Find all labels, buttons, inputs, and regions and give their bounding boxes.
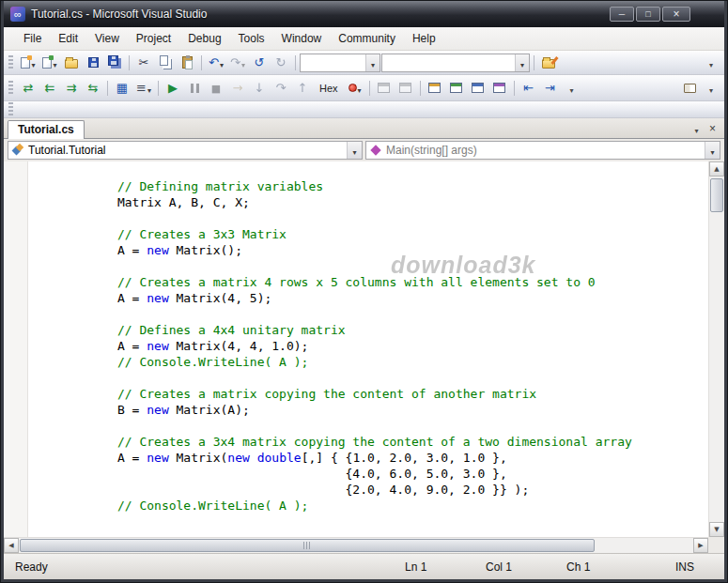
toolbar-options-button[interactable]: [701, 78, 721, 98]
stop-icon: [211, 82, 221, 94]
maximize-button[interactable]: [636, 7, 660, 22]
menu-item-window[interactable]: Window: [273, 28, 331, 49]
chevron-down-icon: [147, 80, 151, 97]
previous-bookmark-icon: [45, 82, 55, 94]
source-control-button[interactable]: [538, 53, 559, 72]
code-line: // Creates a 3x3 Matrix: [29, 226, 708, 242]
code-line: A = new Matrix(4, 5);: [29, 290, 708, 306]
solution-configurations-combo[interactable]: [300, 54, 380, 72]
redo-button[interactable]: [227, 53, 248, 72]
copy-button[interactable]: [155, 53, 176, 72]
overflow-chevron-icon: [570, 80, 574, 97]
toolbar-grip[interactable]: [8, 102, 13, 117]
immediate-window-button[interactable]: [395, 78, 416, 98]
cut-button[interactable]: [133, 53, 154, 72]
add-item-button[interactable]: [39, 53, 60, 72]
properties-window-icon: [450, 83, 462, 93]
step-out-button[interactable]: [292, 78, 313, 98]
menu-item-project[interactable]: Project: [128, 28, 179, 49]
breakpoints-window-button[interactable]: [345, 78, 365, 98]
combo-dropdown-button[interactable]: [705, 142, 720, 159]
horizontal-scrollbar[interactable]: ◀ ▶: [4, 537, 708, 553]
scroll-left-button[interactable]: ◀: [4, 538, 19, 553]
menu-item-community[interactable]: Community: [330, 28, 404, 49]
menu-item-file[interactable]: File: [15, 28, 50, 49]
code-line: // Creates a matrix copying the content …: [29, 386, 708, 402]
help-contents-button[interactable]: [679, 78, 700, 98]
save-button[interactable]: [83, 53, 103, 72]
member-selector-combo[interactable]: Main(string[] args): [365, 141, 720, 160]
previous-bookmark-button[interactable]: [39, 78, 60, 98]
step-into-button[interactable]: [249, 78, 270, 98]
open-file-button[interactable]: [61, 53, 82, 72]
code-line: // Creates a 3x4 matrix copying the cont…: [29, 434, 708, 450]
undo-button[interactable]: [206, 53, 226, 72]
save-all-button[interactable]: [104, 53, 125, 72]
scroll-down-button[interactable]: ▼: [709, 522, 724, 537]
save-icon: [88, 57, 99, 68]
stop-debugging-button[interactable]: [206, 78, 226, 98]
tab-tutorial-cs[interactable]: Tutorial.cs: [8, 120, 85, 139]
next-bookmark-button[interactable]: [61, 78, 82, 98]
minimize-button[interactable]: [610, 7, 634, 22]
display-member-list-button[interactable]: [112, 78, 132, 98]
toolbar-grip[interactable]: [8, 81, 13, 96]
object-browser-button[interactable]: [468, 78, 488, 98]
output-window-icon: [378, 83, 390, 93]
scroll-right-button[interactable]: ▶: [693, 538, 708, 553]
toggle-bookmark-button[interactable]: [18, 78, 39, 98]
method-icon: [370, 145, 381, 156]
decrease-indent-button[interactable]: [519, 78, 539, 98]
close-button[interactable]: [662, 7, 690, 22]
outlining-button[interactable]: [133, 78, 154, 98]
start-debugging-button[interactable]: [163, 78, 183, 98]
vertical-scroll-thumb[interactable]: [710, 178, 723, 212]
book-icon: [684, 84, 696, 93]
toolbar-grip[interactable]: [8, 55, 13, 70]
type-selector-combo[interactable]: Tutorial.Tutorial: [8, 141, 363, 160]
menu-item-tools[interactable]: Tools: [230, 28, 273, 49]
code-line: // Console.WriteLine( A );: [29, 354, 708, 370]
combo-dropdown-button[interactable]: [347, 142, 362, 159]
code-line: // Creates a matrix 4 rows x 5 columns w…: [29, 274, 708, 290]
scroll-up-button[interactable]: ▲: [709, 161, 724, 176]
toolbox-button[interactable]: [489, 78, 510, 98]
toolbar-options-button[interactable]: [701, 53, 721, 72]
document-list-dropdown-button[interactable]: [689, 121, 705, 136]
toolbar-options-button[interactable]: [562, 78, 582, 98]
hex-button[interactable]: Hex: [314, 78, 344, 98]
increase-indent-button[interactable]: [540, 78, 561, 98]
vertical-scrollbar[interactable]: ▲ ▼: [708, 161, 724, 537]
solution-explorer-button[interactable]: [425, 78, 445, 98]
document-area: Tutorial.cs Tutorial.Tutorial Main(strin…: [4, 118, 724, 553]
status-message: Ready: [4, 560, 405, 574]
immediate-window-icon: [399, 83, 411, 93]
break-all-button[interactable]: [184, 78, 205, 98]
code-editor[interactable]: // Defining matrix variables Matrix A, B…: [4, 161, 708, 537]
menu-item-edit[interactable]: Edit: [50, 28, 86, 49]
navigate-backward-button[interactable]: [249, 53, 270, 72]
menu-item-view[interactable]: View: [86, 28, 128, 49]
paste-button[interactable]: [177, 53, 197, 72]
combo-dropdown-button[interactable]: [365, 54, 379, 71]
properties-window-button[interactable]: [446, 78, 467, 98]
navigate-forward-button[interactable]: [271, 53, 291, 72]
code-line: Matrix A, B, C, X;: [29, 194, 708, 210]
menu-item-debug[interactable]: Debug: [179, 28, 229, 49]
navigate-back-icon: [255, 56, 265, 69]
output-window-button[interactable]: [374, 78, 395, 98]
code-line: {2.0, 4.0, 9.0, 2.0 }} );: [29, 482, 708, 498]
bookmark-icon: [23, 82, 34, 94]
play-icon: [168, 82, 178, 94]
toolbar-separator: [420, 81, 421, 96]
show-next-statement-button[interactable]: [227, 78, 248, 98]
combo-dropdown-button[interactable]: [515, 54, 529, 71]
menu-item-help[interactable]: Help: [404, 28, 444, 49]
find-combo[interactable]: [381, 54, 530, 72]
step-over-button[interactable]: [271, 78, 291, 98]
chevron-down-icon: [241, 54, 245, 71]
new-project-button[interactable]: [18, 53, 39, 72]
close-document-button[interactable]: [705, 121, 720, 136]
horizontal-scroll-thumb[interactable]: [20, 539, 595, 552]
clear-bookmarks-button[interactable]: [83, 78, 103, 98]
